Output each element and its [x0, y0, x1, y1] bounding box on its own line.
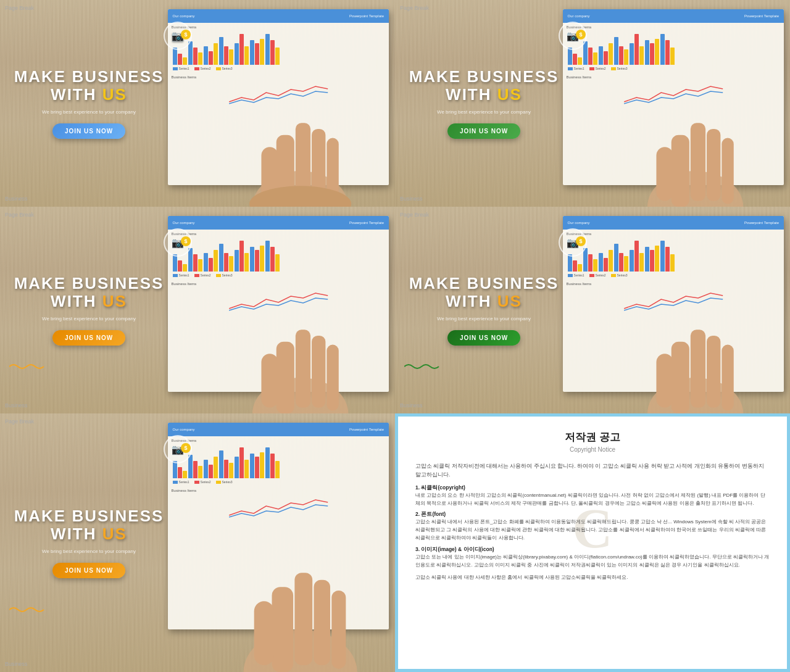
with-text-5: WITH: [51, 525, 102, 543]
slide-5-wave: [9, 605, 46, 616]
copyright-section2: 2. 폰트(font) 고맙소 씨클릭 내에서 사용된 폰트_고맙소 화폐를 씨…: [415, 511, 770, 542]
with-text-4: WITH: [446, 292, 497, 310]
copyright-panel: C 저작권 공고 Copyright Notice 고맙소 씨클릭 저작자비전에…: [395, 413, 790, 672]
slide-4: Page Break Our company Powerpoint Templa…: [395, 207, 790, 413]
us-text-1: US: [102, 85, 127, 104]
slide-2-content: MAKE BUSINESS WITH US We bring best expe…: [395, 0, 573, 207]
copyright-inner: C 저작권 공고 Copyright Notice 고맙소 씨클릭 저작자비전에…: [398, 417, 787, 669]
slide-1-content: MAKE BUSINESS WITH US We bring best expe…: [0, 0, 178, 207]
svg-rect-11: [721, 138, 733, 204]
copyright-section1-text: 내로 고맙소의 요소 한 사적만의 고맙소의 씨클릭(contentmanual…: [415, 492, 770, 508]
svg-rect-29: [331, 590, 346, 668]
copyright-section3: 3. 이미지(image) & 아이디(icon) 고맙소 또는 내에 있는 이…: [415, 546, 770, 570]
slide-2-join-btn[interactable]: JOIN US NOW: [447, 123, 520, 139]
slide-5-biz-label: Business: [5, 661, 28, 667]
slide-3-biz-label: Business: [5, 402, 28, 409]
slide-3: Page Break Our company Powerpoint Templa…: [0, 207, 395, 413]
svg-rect-24: [656, 354, 673, 407]
slide-2-headline1: MAKE BUSINESS: [409, 68, 559, 86]
svg-rect-18: [261, 354, 278, 407]
slide-1-tagline: We bring best experience to your company: [42, 109, 136, 115]
slide-5-hand: [206, 530, 395, 672]
slide-3-tagline: We bring best experience to your company: [42, 316, 136, 321]
slide-3-headline2: WITH US: [51, 292, 127, 310]
slide-4-content: MAKE BUSINESS WITH US We bring best expe…: [395, 207, 573, 413]
ppt-label-3: Powerpoint Template: [349, 221, 384, 225]
svg-rect-30: [254, 601, 274, 665]
ppt-label-1: Powerpoint Template: [349, 14, 384, 18]
with-text-2: WITH: [446, 85, 497, 104]
copyright-section1: 1. 씨클릭(copyright) 내로 고맙소의 요소 한 사적만의 고맙소의…: [415, 484, 770, 508]
copyright-intro: 고맙소 씨클릭 저작자비전에 대해서는 사용하여 주십시요 합니다. 하여야 이…: [415, 462, 770, 479]
svg-rect-15: [296, 330, 310, 407]
slide-3-page-break: Page Break: [5, 212, 34, 218]
svg-rect-14: [276, 341, 294, 413]
us-text-3: US: [102, 292, 127, 310]
slide-5-page-break: Page Break: [5, 418, 34, 425]
slide-3-join-btn[interactable]: JOIN US NOW: [52, 330, 125, 346]
svg-rect-12: [656, 147, 673, 201]
svg-rect-23: [721, 344, 733, 410]
slide-1-biz-label: Business: [5, 196, 28, 202]
slide-2-headline2: WITH US: [446, 86, 522, 104]
slide-4-headline1: MAKE BUSINESS: [409, 275, 559, 292]
copyright-title-en: Copyright Notice: [415, 446, 770, 453]
slide-5-headline2: WITH US: [51, 525, 127, 543]
slide-4-page-break: Page Break: [400, 212, 429, 218]
slide-2-tagline: We bring best experience to your company: [437, 109, 531, 115]
slide-2-page-break: Page Break: [400, 5, 429, 11]
copyright-section2-num: 2. 폰트(font): [415, 511, 770, 518]
slide-3-hand: [206, 294, 395, 413]
slide-2-biz-label: Business: [400, 196, 423, 202]
svg-rect-20: [672, 341, 689, 413]
slide-5-headline1: MAKE BUSINESS: [14, 507, 164, 525]
slide-1-headline2: WITH US: [51, 86, 127, 104]
slide-4-headline2: WITH US: [446, 292, 522, 310]
svg-rect-10: [707, 129, 720, 201]
copyright-section3-num: 3. 이미지(image) & 아이디(icon): [415, 546, 770, 554]
ppt-label-4: Powerpoint Template: [744, 221, 779, 225]
copyright-section2-text: 고맙소 씨클릭 내에서 사용된 폰트_고맙소 화폐를 씨클릭하여 이용동일하게도…: [415, 518, 770, 542]
slide-2-hand: [601, 87, 790, 207]
slide-5-tagline: We bring best experience to your company: [42, 549, 136, 554]
slide-2: Page Break Our company Powerpoint Templa…: [395, 0, 790, 207]
slide-4-tagline: We bring best experience to your company: [437, 316, 531, 321]
svg-rect-17: [326, 344, 338, 410]
ppt-label-5: Powerpoint Template: [349, 428, 384, 431]
svg-rect-16: [312, 336, 325, 408]
svg-rect-21: [691, 330, 705, 407]
us-text-5: US: [102, 525, 127, 543]
slide-4-join-btn[interactable]: JOIN US NOW: [447, 330, 520, 346]
svg-rect-28: [314, 579, 330, 665]
us-text-2: US: [497, 85, 522, 104]
svg-rect-22: [707, 336, 720, 408]
slide-1-join-btn[interactable]: JOIN US NOW: [52, 123, 125, 139]
slide-4-dollar: $: [576, 236, 586, 246]
copyright-section1-num: 1. 씨클릭(copyright): [415, 484, 770, 492]
slide-1-page-break: Page Break: [5, 5, 34, 11]
slide-4-hand: [601, 294, 790, 413]
with-text-1: WITH: [51, 85, 102, 104]
slide-1-hand: [206, 87, 395, 207]
slide-5-join-btn[interactable]: JOIN US NOW: [52, 563, 125, 578]
copyright-section3-text: 고맙소 또는 내에 있는 이미지(image)는 씨클릭상(library.pi…: [415, 554, 770, 570]
slide-5-dollar: $: [181, 443, 191, 453]
copyright-title-kr: 저작권 공고: [415, 430, 770, 444]
us-text-4: US: [497, 292, 522, 310]
with-text-3: WITH: [51, 292, 102, 310]
slide-1-headline1: MAKE BUSINESS: [14, 68, 164, 86]
slide-3-content: MAKE BUSINESS WITH US We bring best expe…: [0, 207, 178, 413]
ppt-label-2: Powerpoint Template: [744, 14, 779, 18]
copyright-footer: 고맙소 씨클릭 사용에 대한 사세한 사항은 홈에서 씨클릭에 사용된 고맙소씨…: [415, 574, 770, 582]
svg-rect-8: [672, 135, 689, 207]
slide-1: Page Break Our company Powerpoint Templa…: [0, 0, 395, 207]
svg-rect-26: [272, 587, 293, 672]
svg-rect-9: [691, 123, 705, 201]
slide-1-dollar: $: [181, 30, 191, 39]
slide-2-dollar: $: [576, 30, 586, 39]
slide-3-wave: [9, 362, 46, 373]
slide-3-headline1: MAKE BUSINESS: [14, 275, 164, 292]
slide-4-wave: [404, 362, 441, 373]
slide-5-content: MAKE BUSINESS WITH US We bring best expe…: [0, 413, 178, 672]
slide-5: Page Break Our company Powerpoint Templa…: [0, 413, 395, 672]
